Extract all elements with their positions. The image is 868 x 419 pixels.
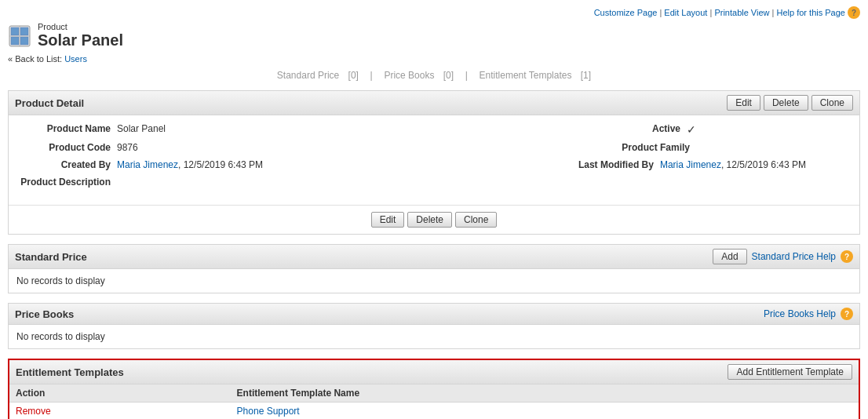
price-books-help-link[interactable]: Price Books Help <box>764 308 836 319</box>
created-by-row: Created By Maria Jimenez, 12/5/2019 6:43… <box>15 159 263 170</box>
entitlement-table-header-row: Action Entitlement Template Name <box>9 384 859 403</box>
active-label: Active <box>585 123 687 134</box>
standard-price-help-icon[interactable]: ? <box>841 250 853 263</box>
table-row: RemovePhone Support <box>9 403 859 420</box>
product-category: Product <box>38 22 123 31</box>
product-code-row: Product Code 9876 <box>15 142 138 153</box>
created-by-label: Created By <box>15 159 117 170</box>
section-nav: Standard Price [0] | Price Books [0] | E… <box>8 70 860 81</box>
created-by-link[interactable]: Maria Jimenez <box>117 159 178 170</box>
last-modified-by-label: Last Modified By <box>558 159 660 170</box>
price-books-title: Price Books <box>15 308 74 320</box>
price-books-no-records: No records to display <box>9 325 859 348</box>
standard-price-no-records: No records to display <box>9 269 859 293</box>
edit-button-top[interactable]: Edit <box>727 95 760 111</box>
product-name-row: Product Name Solar Panel <box>15 123 166 136</box>
product-header: Product Solar Panel <box>8 22 860 49</box>
product-detail-body: Product Name Solar Panel Active ✓ Produc… <box>9 115 859 199</box>
remove-link[interactable]: Remove <box>16 406 51 417</box>
product-title-block: Product Solar Panel <box>38 22 123 49</box>
product-detail-header: Product Detail Edit Delete Clone <box>9 91 859 115</box>
product-detail-section: Product Detail Edit Delete Clone Product… <box>8 90 860 235</box>
product-detail-title: Product Detail <box>15 97 84 109</box>
standard-price-add-button[interactable]: Add <box>713 249 746 264</box>
svg-rect-4 <box>20 37 28 45</box>
entitlement-templates-title: Entitlement Templates <box>16 366 124 378</box>
product-name: Solar Panel <box>38 31 123 49</box>
product-name-label: Product Name <box>15 123 117 134</box>
active-value: ✓ <box>687 123 696 136</box>
section-nav-entitlement-templates[interactable]: Entitlement Templates [1] <box>476 70 595 81</box>
section-nav-price-books[interactable]: Price Books [0] <box>381 70 459 81</box>
template-name-link[interactable]: Phone Support <box>237 406 300 417</box>
svg-rect-2 <box>20 27 28 35</box>
price-books-section: Price Books Price Books Help ? No record… <box>8 303 860 349</box>
entitlement-templates-table: Action Entitlement Template Name RemoveP… <box>9 384 859 419</box>
product-icon <box>8 24 31 48</box>
clone-button-top[interactable]: Clone <box>811 95 853 111</box>
help-page-link[interactable]: Help for this Page <box>777 8 845 17</box>
back-link-bar: « Back to List: Users <box>8 54 860 64</box>
price-books-header: Price Books Price Books Help ? <box>9 304 859 325</box>
delete-button-bottom[interactable]: Delete <box>407 212 452 228</box>
active-row: Active ✓ <box>585 123 696 136</box>
entitlement-templates-header: Entitlement Templates Add Entitlement Te… <box>9 360 859 384</box>
back-to-list-link[interactable]: Users <box>64 54 87 64</box>
product-detail-header-buttons: Edit Delete Clone <box>727 95 853 111</box>
last-modified-by-row: Last Modified By Maria Jimenez, 12/5/201… <box>558 159 806 170</box>
standard-price-help-link[interactable]: Standard Price Help <box>752 251 836 262</box>
entitlement-templates-section: Entitlement Templates Add Entitlement Te… <box>8 359 860 419</box>
svg-rect-1 <box>11 27 19 35</box>
template-name-column-header: Entitlement Template Name <box>231 384 859 403</box>
last-modified-by-link[interactable]: Maria Jimenez <box>660 159 721 170</box>
product-family-label: Product Family <box>594 142 696 153</box>
section-nav-standard-price[interactable]: Standard Price [0] <box>274 70 364 81</box>
product-name-value: Solar Panel <box>117 123 166 134</box>
template-name-cell: Phone Support <box>231 403 859 420</box>
edit-button-bottom[interactable]: Edit <box>371 212 405 228</box>
last-modified-by-value: Maria Jimenez, 12/5/2019 6:43 PM <box>660 159 806 170</box>
product-description-label: Product Description <box>15 177 117 188</box>
add-entitlement-template-button[interactable]: Add Entitlement Template <box>728 364 852 380</box>
top-links-bar: Customize Page | Edit Layout | Printable… <box>8 6 860 19</box>
delete-button-top[interactable]: Delete <box>764 95 808 111</box>
help-icon[interactable]: ? <box>848 6 860 19</box>
standard-price-title: Standard Price <box>15 251 87 263</box>
clone-button-bottom[interactable]: Clone <box>455 212 497 228</box>
product-description-row: Product Description <box>15 177 853 188</box>
action-column-header: Action <box>9 384 231 403</box>
edit-layout-link[interactable]: Edit Layout <box>664 8 707 17</box>
customize-page-link[interactable]: Customize Page <box>594 8 658 17</box>
created-by-value: Maria Jimenez, 12/5/2019 6:43 PM <box>117 159 263 170</box>
standard-price-section: Standard Price Add Standard Price Help ?… <box>8 244 860 293</box>
standard-price-header: Standard Price Add Standard Price Help ? <box>9 245 859 269</box>
product-detail-footer-buttons: Edit Delete Clone <box>9 205 859 234</box>
action-cell: Remove <box>9 403 231 420</box>
printable-view-link[interactable]: Printable View <box>714 8 769 17</box>
product-family-row: Product Family <box>594 142 696 153</box>
price-books-help-icon[interactable]: ? <box>841 308 853 320</box>
svg-rect-3 <box>11 37 19 45</box>
product-code-label: Product Code <box>15 142 117 153</box>
product-code-value: 9876 <box>117 142 138 153</box>
